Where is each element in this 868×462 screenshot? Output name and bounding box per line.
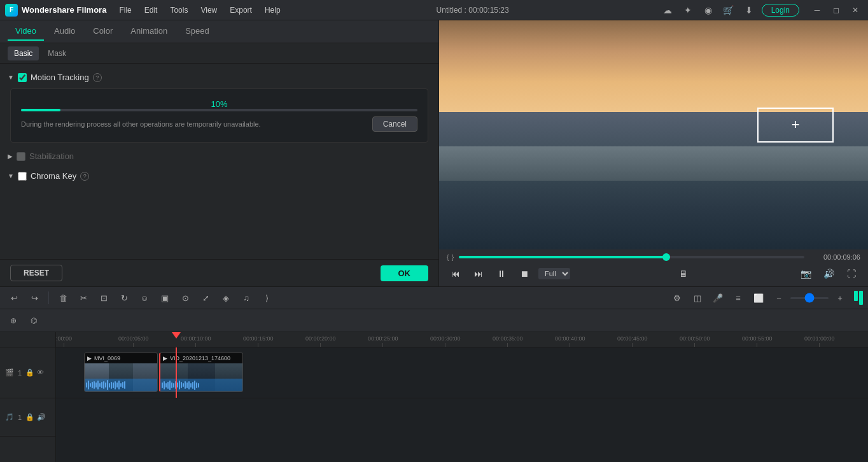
menu-tools[interactable]: Tools [165, 4, 193, 16]
panel-content: ▼ Motion Tracking ? 10% During the rende… [0, 64, 438, 259]
bracket-open: { [447, 253, 449, 261]
close-button[interactable]: ✕ [848, 3, 863, 18]
controls-row: ⏮ ⏭ ⏸ ⏹ Full 1/2 1/4 🖥 📷 🔊 ⛶ [447, 265, 860, 283]
quality-select[interactable]: Full 1/2 1/4 [538, 268, 570, 279]
motion-tracking-checkbox[interactable] [18, 73, 27, 82]
tab-color[interactable]: Color [85, 22, 120, 41]
stabilization-arrow: ▶ [8, 153, 13, 160]
menu-export[interactable]: Export [225, 4, 257, 16]
ruler-label-0: :00:00 [56, 335, 72, 342]
emoji-button[interactable]: ☺ [136, 289, 153, 307]
motion-tracking-section-header[interactable]: ▼ Motion Tracking ? [0, 69, 438, 86]
playhead [176, 347, 177, 398]
ok-button[interactable]: OK [381, 265, 429, 281]
stop-button[interactable]: ⏹ [515, 265, 533, 283]
plus-zoom-icon[interactable]: + [831, 289, 849, 307]
audio-wave-2 [160, 379, 242, 391]
chroma-key-arrow: ▼ [8, 172, 14, 179]
main-tab-bar: Video Audio Color Animation Speed [0, 20, 438, 43]
color-adjust-button[interactable]: ◈ [217, 289, 235, 307]
sub-tab-basic[interactable]: Basic [8, 46, 39, 60]
mic-icon[interactable]: 🎤 [709, 289, 727, 307]
timeline-progress-bar[interactable] [459, 256, 804, 258]
sun-icon[interactable]: ✦ [680, 3, 696, 18]
menu-help[interactable]: Help [260, 4, 286, 16]
tab-video[interactable]: Video [8, 22, 44, 41]
video-track-label: 🎬 1 🔒 👁 [0, 347, 55, 398]
ruler-mark-2: 00:00:10:00 [181, 335, 211, 347]
motion-tracking-help-icon[interactable]: ? [93, 73, 102, 82]
audio-volume-icon[interactable]: 🔊 [37, 413, 46, 421]
audio-button[interactable]: ♫ [237, 289, 255, 307]
chroma-key-checkbox[interactable] [18, 172, 27, 181]
clip-1-play-icon: ▶ [87, 355, 92, 361]
sub-tab-mask[interactable]: Mask [41, 46, 73, 60]
playback-bar: { } 00:00:09:06 ⏮ ⏭ ⏸ ⏹ Full [439, 249, 868, 286]
progress-footer: During the rendering process all other o… [21, 116, 417, 132]
redo-button[interactable]: ↪ [25, 289, 43, 307]
audio-lock-icon[interactable]: 🔒 [25, 413, 34, 421]
video-track-row: ▶ MVI_0069 [56, 347, 868, 398]
menu-edit[interactable]: Edit [139, 4, 163, 16]
settings-icon[interactable]: ⚙ [668, 289, 686, 307]
timer-button[interactable]: ⊙ [176, 289, 194, 307]
zoom-slider[interactable] [790, 297, 829, 299]
volume-icon[interactable]: 🔊 [820, 265, 837, 283]
minus-zoom-icon[interactable]: − [770, 289, 788, 307]
stabilization-section-header[interactable]: ▶ Stabilization [0, 148, 438, 165]
menu-bar: File Edit Tools View Export Help [114, 4, 285, 16]
cart-icon[interactable]: 🛒 [721, 3, 736, 18]
reset-button[interactable]: RESET [10, 265, 62, 281]
delete-button[interactable]: 🗑 [54, 289, 72, 307]
subtitle-icon[interactable]: ⬜ [750, 289, 767, 307]
fullscreen-icon[interactable]: ⛶ [843, 265, 860, 283]
chroma-key-help-icon[interactable]: ? [80, 172, 89, 181]
undo-button[interactable]: ↩ [5, 289, 23, 307]
camera-icon[interactable]: 📷 [797, 265, 815, 283]
timeline-content[interactable]: :00:00 00:00:05:00 00:00:10:00 00:0 [56, 332, 868, 462]
cancel-button[interactable]: Cancel [372, 116, 417, 132]
tab-audio[interactable]: Audio [46, 22, 83, 41]
ruler-mark-11: 00:00:55:00 [742, 335, 773, 347]
titlebar-right: ☁ ✦ ◉ 🛒 ⬇ Login ─ ◻ ✕ [660, 3, 863, 18]
track-lock-icon[interactable]: 🔒 [25, 368, 34, 377]
ruler-mark-1: 00:00:05:00 [118, 335, 149, 347]
headset-icon[interactable]: ◉ [701, 3, 716, 18]
clip-2-name: VID_20201213_174600 [170, 355, 230, 361]
image-button[interactable]: ▣ [156, 289, 174, 307]
menu-file[interactable]: File [114, 4, 136, 16]
upper-area: Video Audio Color Animation Speed Basic … [0, 20, 868, 286]
progress-track [21, 109, 417, 111]
tab-speed[interactable]: Speed [178, 22, 217, 41]
rotate-button[interactable]: ↻ [115, 289, 133, 307]
zoom-slider-wrap [790, 297, 829, 299]
screen-size-icon[interactable]: 🖥 [575, 265, 792, 283]
video-clip-1[interactable]: ▶ MVI_0069 [84, 353, 158, 392]
video-clip-2[interactable]: ▶ VID_20201213_174600 [159, 353, 243, 392]
login-button[interactable]: Login [762, 4, 799, 17]
cloud-icon[interactable]: ☁ [660, 3, 675, 18]
tab-animation[interactable]: Animation [123, 22, 175, 41]
track-eye-icon[interactable]: 👁 [37, 368, 44, 377]
stabilization-checkbox[interactable] [17, 152, 25, 161]
box-icon[interactable]: ⬇ [741, 3, 757, 18]
timeline-link-button[interactable]: ⌬ [25, 312, 42, 329]
skip-back-button[interactable]: ⏮ [447, 265, 465, 283]
pause-button[interactable]: ⏸ [493, 265, 510, 283]
crop-button[interactable]: ⊡ [95, 289, 113, 307]
restore-button[interactable]: ◻ [829, 3, 844, 18]
chroma-key-section-header[interactable]: ▼ Chroma Key ? [0, 167, 438, 185]
ruler-mark-12: 00:01:00:00 [804, 335, 835, 347]
menu-view[interactable]: View [195, 4, 222, 16]
cut-button[interactable]: ✂ [74, 289, 92, 307]
shield-icon[interactable]: ◫ [689, 289, 706, 307]
ruler-mark-10: 00:00:50:00 [680, 335, 710, 347]
minimize-button[interactable]: ─ [809, 3, 825, 18]
audio-mix-icon[interactable]: ≡ [729, 289, 747, 307]
timeline-add-button[interactable]: ⊕ [5, 312, 22, 329]
transform-button[interactable]: ⤢ [197, 289, 214, 307]
main-area: Video Audio Color Animation Speed Basic … [0, 20, 868, 462]
right-panel: + { } 00:00:09:06 [439, 20, 868, 286]
split-button[interactable]: ⟩ [258, 289, 276, 307]
step-back-button[interactable]: ⏭ [470, 265, 487, 283]
